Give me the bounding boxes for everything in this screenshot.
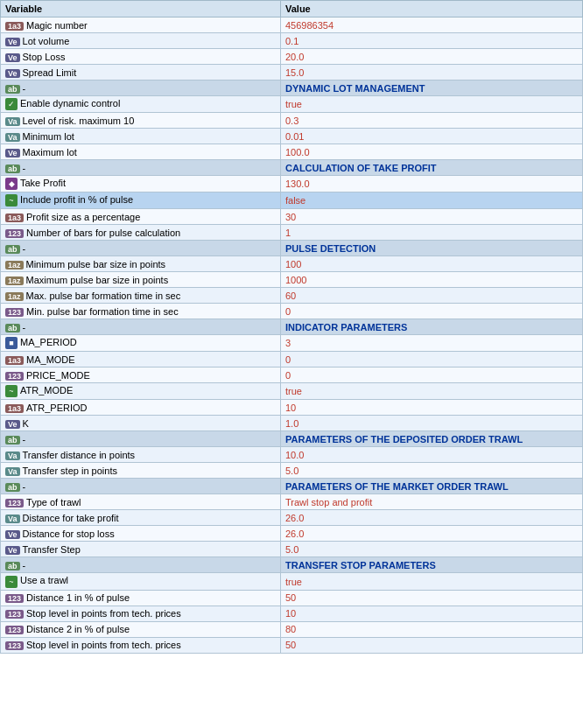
badge: 123 <box>5 308 24 317</box>
val-cell: 10.0 <box>281 447 583 463</box>
var-name: - <box>23 434 26 444</box>
table-row: 123Distance 2 in % of pulse80 <box>1 621 583 637</box>
var-name: - <box>23 243 26 254</box>
val-cell: 5.0 <box>281 542 583 557</box>
table-row: ab-PARAMETERS OF THE DEPOSITED ORDER TRA… <box>1 431 583 447</box>
var-name: Stop level in points from tech. prices <box>26 608 181 619</box>
table-row: ab-CALCULATION OF TAKE PROFIT <box>1 160 583 176</box>
val-cell: 30 <box>281 209 583 225</box>
val-cell: true <box>281 383 583 400</box>
var-cell: 1azMinimum pulse bar size in points <box>1 256 281 272</box>
var-cell: 1a3ATR_PERIOD <box>1 400 281 416</box>
badge: Ve <box>5 149 20 158</box>
val-cell: 0.01 <box>281 129 583 144</box>
var-cell: ab- <box>1 431 281 447</box>
badge: Ve <box>5 530 20 539</box>
val-cell: 100 <box>281 256 583 272</box>
table-row: 123Number of bars for pulse calculation1 <box>1 225 583 241</box>
val-cell: TRANSFER STOP PARAMETERS <box>281 557 583 573</box>
table-row: 123Distance 1 in % of pulse50 <box>1 590 583 606</box>
col-value-header: Value <box>281 1 583 18</box>
table-row: VeTransfer Step5.0 <box>1 542 583 557</box>
table-row: ■MA_PERIOD3 <box>1 335 583 352</box>
var-cell: 1a3Magic number <box>1 18 281 33</box>
var-cell: VeTransfer Step <box>1 542 281 557</box>
table-row: VaDistance for take profit26.0 <box>1 510 583 526</box>
var-name: MA_MODE <box>26 354 75 365</box>
table-row: ~Include profit in % of pulsefalse <box>1 192 583 209</box>
badge: Ve <box>5 420 20 429</box>
var-name: Maximum lot <box>23 147 77 158</box>
badge: 123 <box>5 641 24 650</box>
badge: 123 <box>5 229 24 238</box>
var-name: Enable dynamic control <box>20 98 120 108</box>
val-cell: 80 <box>281 621 583 637</box>
table-row: 1azMax. pulse bar formation time in sec6… <box>1 288 583 304</box>
var-name: Minimum lot <box>23 131 74 142</box>
var-name: Transfer Step <box>23 544 81 555</box>
var-cell: VeLot volume <box>1 33 281 49</box>
var-name: Lot volume <box>23 36 70 46</box>
val-cell: 100.0 <box>281 144 583 160</box>
var-cell: VeSpread Limit <box>1 65 281 80</box>
var-name: Minimum pulse bar size in points <box>26 259 166 270</box>
var-name: Use a trawl <box>20 575 68 585</box>
var-cell: 123Min. pulse bar formation time in sec <box>1 304 281 319</box>
var-cell: ✓Enable dynamic control <box>1 96 281 113</box>
badge: Ve <box>5 69 20 78</box>
var-cell: ■MA_PERIOD <box>1 335 281 352</box>
var-name: - <box>23 83 26 94</box>
var-name: Maximum pulse bar size in points <box>26 275 169 285</box>
var-name: Type of trawl <box>26 497 81 508</box>
var-name: Stop level in points from tech. prices <box>26 640 181 650</box>
table-row: 123Min. pulse bar formation time in sec0 <box>1 304 583 319</box>
badge: Ve <box>5 546 20 555</box>
var-cell: ab- <box>1 557 281 573</box>
val-cell: 0.3 <box>281 113 583 129</box>
var-name: Distance for stop loss <box>23 528 115 539</box>
var-name: Level of risk. maximum 10 <box>23 116 135 126</box>
badge: Ve <box>5 38 20 46</box>
var-name: Distance 1 in % of pulse <box>26 592 130 603</box>
badge: 1a3 <box>5 22 24 31</box>
var-cell: ~Use a trawl <box>1 573 281 590</box>
var-cell: ~Include profit in % of pulse <box>1 192 281 209</box>
badge: ab <box>5 483 20 492</box>
var-cell: 123Stop level in points from tech. price… <box>1 606 281 621</box>
val-cell: 0.1 <box>281 33 583 49</box>
var-cell: 123Distance 2 in % of pulse <box>1 621 281 637</box>
table-row: 1azMinimum pulse bar size in points100 <box>1 256 583 272</box>
icon: ✓ <box>5 98 18 110</box>
table-row: VeDistance for stop loss26.0 <box>1 526 583 542</box>
var-cell: ab- <box>1 479 281 494</box>
var-name: Transfer step in points <box>23 466 117 476</box>
val-cell: PULSE DETECTION <box>281 241 583 256</box>
badge: ab <box>5 324 20 332</box>
val-cell: 50 <box>281 637 583 653</box>
var-name: Transfer distance in points <box>23 450 136 460</box>
icon: ■ <box>5 337 18 349</box>
table-row: VaLevel of risk. maximum 100.3 <box>1 113 583 129</box>
badge: 1a3 <box>5 404 24 413</box>
val-cell: 130.0 <box>281 176 583 192</box>
table-row: ~Use a trawltrue <box>1 573 583 590</box>
table-row: ab-PARAMETERS OF THE MARKET ORDER TRAWL <box>1 479 583 494</box>
val-cell: 3 <box>281 335 583 352</box>
val-cell: 50 <box>281 590 583 606</box>
table-row: 123PRICE_MODE0 <box>1 368 583 383</box>
table-row: VaMinimum lot0.01 <box>1 129 583 144</box>
badge: Va <box>5 514 20 523</box>
var-cell: ◆Take Profit <box>1 176 281 192</box>
badge: ab <box>5 164 20 173</box>
val-cell: 15.0 <box>281 65 583 80</box>
var-cell: 123Number of bars for pulse calculation <box>1 225 281 241</box>
table-row: ~ATR_MODEtrue <box>1 383 583 400</box>
var-cell: VeK <box>1 416 281 431</box>
val-cell: 10 <box>281 606 583 621</box>
var-cell: 123PRICE_MODE <box>1 368 281 383</box>
val-cell: 1.0 <box>281 416 583 431</box>
val-cell: 26.0 <box>281 526 583 542</box>
var-cell: 1a3Profit size as a percentage <box>1 209 281 225</box>
val-cell: DYNAMIC LOT MANAGEMENT <box>281 80 583 96</box>
badge: ab <box>5 562 20 570</box>
